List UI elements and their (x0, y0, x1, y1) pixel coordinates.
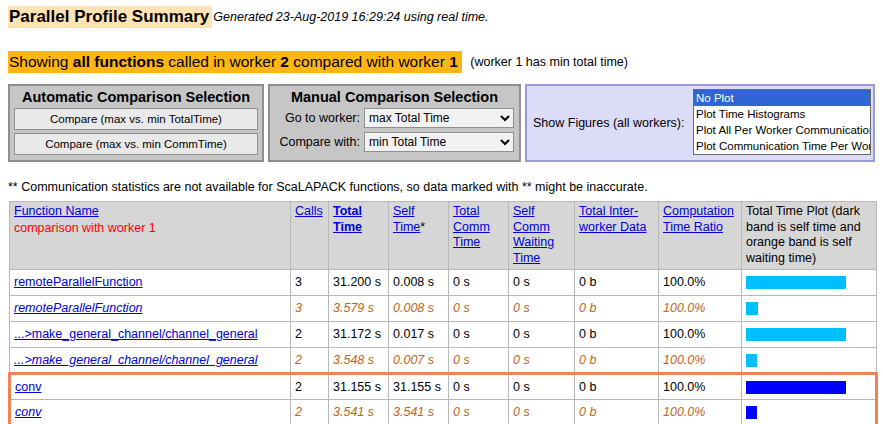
header-function-name: Function Name comparison with worker 1 (10, 202, 291, 270)
header-total-interworker-data: Total Inter-worker Data (575, 202, 659, 270)
interworker-data-value: 0 b (575, 321, 659, 347)
show-figures-listbox[interactable]: No Plot Plot Time Histograms Plot All Pe… (693, 89, 871, 155)
computation-ratio-sort-link[interactable]: Computation Time Ratio (663, 204, 734, 234)
total-comm-value: 0 s (449, 321, 509, 347)
self-time-value: 0.007 s (389, 347, 449, 373)
calls-value: 2 (291, 347, 329, 373)
self-comm-waiting-sort-link[interactable]: Self Comm Waiting Time (513, 204, 554, 265)
table-row-make-general-channel-comparison: ...>make_general_channel/channel_general… (10, 347, 877, 373)
compare-with-label: Compare with: (274, 135, 364, 149)
automatic-comparison-title: Automatic Comparison Selection (14, 89, 258, 105)
table-row-conv-highlighted: conv 2 31.155 s 31.155 s 0 s 0 s 0 b 100… (10, 373, 877, 399)
total-time-value: 3.541 s (329, 399, 389, 424)
compare-with-select[interactable]: min Total Time (364, 132, 514, 152)
ratio-value: 100.0% (659, 373, 742, 399)
heading-suffix: (worker 1 has min total time) (470, 55, 628, 69)
total-time-sort-link[interactable]: Total Time (333, 204, 362, 234)
function-link[interactable]: conv (15, 405, 41, 419)
header-total-comm-time: Total Comm Time (449, 202, 509, 270)
comm-waiting-value: 0 s (509, 321, 575, 347)
header-total-time-plot: Total Time Plot (dark band is self time … (742, 202, 877, 270)
function-link[interactable]: ...>make_general_channel/channel_general (14, 327, 258, 341)
self-time-value: 31.155 s (389, 373, 449, 399)
compare-with-row: Compare with: min Total Time (274, 132, 515, 152)
interworker-data-sort-link[interactable]: Total Inter-worker Data (579, 204, 646, 234)
show-figures-panel: Show Figures (all workers): No Plot Plot… (525, 84, 875, 162)
comm-waiting-value: 0 s (509, 399, 575, 424)
total-time-bar (746, 354, 757, 367)
page-title: Parallel Profile Summary (8, 6, 212, 28)
self-time-value: 0.008 s (389, 269, 449, 295)
self-time-value: 0.008 s (389, 295, 449, 321)
self-time-asterisk: * (420, 220, 425, 234)
ratio-value: 100.0% (659, 269, 742, 295)
self-time-value: 3.541 s (389, 399, 449, 424)
profile-table: Function Name comparison with worker 1 C… (8, 201, 878, 424)
comm-waiting-value: 0 s (509, 295, 575, 321)
comparison-with-worker-label: comparison with worker 1 (14, 221, 286, 237)
total-time-value: 3.548 s (329, 347, 389, 373)
comm-waiting-value: 0 s (509, 347, 575, 373)
calls-value: 2 (291, 321, 329, 347)
calls-value: 2 (291, 373, 329, 399)
header-self-time: Self Time* (389, 202, 449, 270)
total-time-bar (746, 302, 758, 315)
listbox-option-time-histograms[interactable]: Plot Time Histograms (694, 106, 870, 122)
comm-waiting-value: 0 s (509, 373, 575, 399)
ratio-value: 100.0% (659, 347, 742, 373)
calls-sort-link[interactable]: Calls (295, 204, 323, 218)
goto-worker-select[interactable]: max Total Time (364, 108, 514, 128)
interworker-data-value: 0 b (575, 295, 659, 321)
function-name-sort-link[interactable]: Function Name (14, 204, 99, 218)
heading-worker-2: 2 (280, 53, 289, 70)
interworker-data-value: 0 b (575, 269, 659, 295)
manual-comparison-title: Manual Comparison Selection (274, 89, 515, 105)
compare-commtime-button[interactable]: Compare (max vs. min CommTime) (14, 133, 258, 155)
compare-totaltime-button[interactable]: Compare (max vs. min TotalTime) (14, 108, 258, 130)
total-time-bar (746, 381, 846, 394)
table-row-remoteparallelfunction-comparison: remoteParallelFunction 3 3.579 s 0.008 s… (10, 295, 877, 321)
interworker-data-value: 0 b (575, 373, 659, 399)
table-row-remoteparallelfunction: remoteParallelFunction 3 31.200 s 0.008 … (10, 269, 877, 295)
header-self-comm-waiting-time: Self Comm Waiting Time (509, 202, 575, 270)
total-comm-time-sort-link[interactable]: Total Comm Time (453, 204, 490, 249)
generated-timestamp: Generated 23-Aug-2019 16:29:24 using rea… (213, 10, 488, 24)
goto-worker-label: Go to worker: (274, 111, 364, 125)
total-time-bar (746, 406, 757, 419)
title-line: Parallel Profile SummaryGenerated 23-Aug… (8, 6, 883, 27)
heading-line: Showing all functions called in worker 2… (8, 51, 883, 72)
self-time-sort-link[interactable]: Self Time (393, 204, 420, 234)
scalapack-note: ** Communication statistics are not avai… (8, 180, 883, 196)
function-link[interactable]: remoteParallelFunction (14, 301, 143, 315)
ratio-value: 100.0% (659, 295, 742, 321)
goto-worker-row: Go to worker: max Total Time (274, 108, 515, 128)
listbox-option-no-plot[interactable]: No Plot (694, 90, 870, 106)
manual-comparison-panel: Manual Comparison Selection Go to worker… (268, 84, 521, 162)
interworker-data-value: 0 b (575, 347, 659, 373)
total-time-value: 31.155 s (329, 373, 389, 399)
table-row-conv-comparison-highlighted: conv 2 3.541 s 3.541 s 0 s 0 s 0 b 100.0… (10, 399, 877, 424)
total-time-bar (746, 276, 846, 289)
function-link[interactable]: ...>make_general_channel/channel_general (14, 353, 258, 367)
control-panels: Automatic Comparison Selection Compare (… (8, 84, 875, 162)
comm-waiting-value: 0 s (509, 269, 575, 295)
total-comm-value: 0 s (449, 373, 509, 399)
total-comm-value: 0 s (449, 347, 509, 373)
interworker-data-value: 0 b (575, 399, 659, 424)
heading-worker-1: 1 (449, 53, 458, 70)
calls-value: 3 (291, 269, 329, 295)
automatic-comparison-panel: Automatic Comparison Selection Compare (… (8, 84, 264, 162)
listbox-option-communication-time-per-worker[interactable]: Plot Communication Time Per Worker (694, 138, 870, 154)
total-time-value: 31.200 s (329, 269, 389, 295)
ratio-value: 100.0% (659, 321, 742, 347)
total-time-value: 31.172 s (329, 321, 389, 347)
header-calls: Calls (291, 202, 329, 270)
header-computation-time-ratio: Computation Time Ratio (659, 202, 742, 270)
ratio-value: 100.0% (659, 399, 742, 424)
calls-value: 3 (291, 295, 329, 321)
function-link[interactable]: conv (15, 380, 41, 394)
showing-heading: Showing all functions called in worker 2… (8, 51, 462, 73)
calls-value: 2 (291, 399, 329, 424)
function-link[interactable]: remoteParallelFunction (14, 275, 143, 289)
listbox-option-all-per-worker-communication[interactable]: Plot All Per Worker Communication (694, 122, 870, 138)
